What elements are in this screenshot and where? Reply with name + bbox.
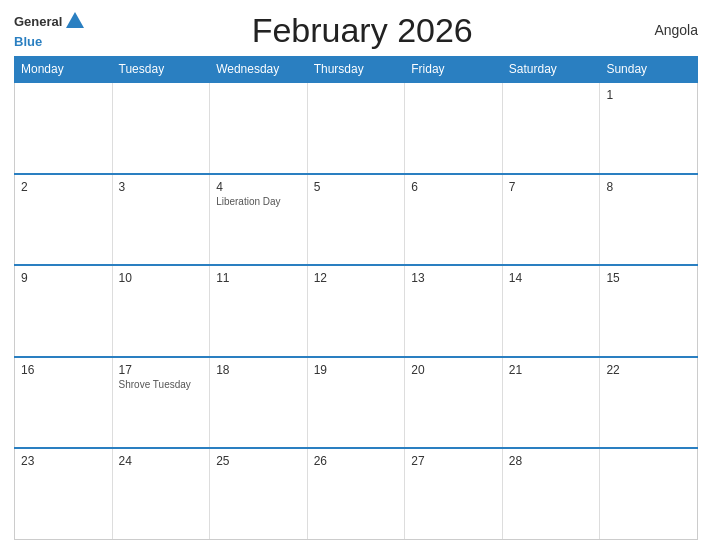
calendar-cell <box>600 448 698 540</box>
calendar-cell: 7 <box>502 174 600 266</box>
calendar-cell: 28 <box>502 448 600 540</box>
calendar-cell: 25 <box>210 448 308 540</box>
logo: General Blue <box>14 10 86 50</box>
calendar-cell: 21 <box>502 357 600 449</box>
calendar-cell: 12 <box>307 265 405 357</box>
calendar-cell: 6 <box>405 174 503 266</box>
days-header-row: MondayTuesdayWednesdayThursdayFridaySatu… <box>15 57 698 83</box>
day-number: 19 <box>314 363 399 377</box>
day-number: 12 <box>314 271 399 285</box>
calendar-event: Shrove Tuesday <box>119 379 204 390</box>
calendar-cell: 23 <box>15 448 113 540</box>
day-header-saturday: Saturday <box>502 57 600 83</box>
day-number: 21 <box>509 363 594 377</box>
calendar-cell: 10 <box>112 265 210 357</box>
day-number: 10 <box>119 271 204 285</box>
logo-icon <box>64 10 86 32</box>
calendar-cell: 24 <box>112 448 210 540</box>
calendar-page: General Blue February 2026 Angola Monday… <box>0 0 712 550</box>
calendar-cell: 22 <box>600 357 698 449</box>
day-number: 8 <box>606 180 691 194</box>
day-number: 2 <box>21 180 106 194</box>
day-header-tuesday: Tuesday <box>112 57 210 83</box>
day-number: 14 <box>509 271 594 285</box>
day-number: 3 <box>119 180 204 194</box>
calendar-cell: 19 <box>307 357 405 449</box>
day-number: 28 <box>509 454 594 468</box>
calendar-cell: 13 <box>405 265 503 357</box>
day-number: 24 <box>119 454 204 468</box>
calendar-cell: 9 <box>15 265 113 357</box>
day-header-monday: Monday <box>15 57 113 83</box>
calendar-week-row: 1 <box>15 82 698 174</box>
day-number: 1 <box>606 88 691 102</box>
calendar-cell: 4Liberation Day <box>210 174 308 266</box>
calendar-cell: 17Shrove Tuesday <box>112 357 210 449</box>
day-header-sunday: Sunday <box>600 57 698 83</box>
calendar-cell <box>502 82 600 174</box>
svg-marker-0 <box>66 12 84 28</box>
day-number: 4 <box>216 180 301 194</box>
calendar-event: Liberation Day <box>216 196 301 207</box>
calendar-cell <box>307 82 405 174</box>
day-number: 7 <box>509 180 594 194</box>
calendar-cell: 20 <box>405 357 503 449</box>
calendar-cell: 2 <box>15 174 113 266</box>
calendar-cell: 1 <box>600 82 698 174</box>
calendar-week-row: 234Liberation Day5678 <box>15 174 698 266</box>
day-number: 25 <box>216 454 301 468</box>
calendar-cell: 14 <box>502 265 600 357</box>
header: General Blue February 2026 Angola <box>14 10 698 50</box>
day-number: 11 <box>216 271 301 285</box>
page-title: February 2026 <box>86 11 638 50</box>
calendar-week-row: 232425262728 <box>15 448 698 540</box>
day-number: 23 <box>21 454 106 468</box>
calendar-week-row: 1617Shrove Tuesday1819202122 <box>15 357 698 449</box>
day-number: 13 <box>411 271 496 285</box>
day-number: 27 <box>411 454 496 468</box>
day-number: 6 <box>411 180 496 194</box>
calendar-cell: 27 <box>405 448 503 540</box>
day-number: 17 <box>119 363 204 377</box>
calendar-cell: 16 <box>15 357 113 449</box>
calendar-cell: 5 <box>307 174 405 266</box>
calendar-cell <box>15 82 113 174</box>
logo-general-text: General <box>14 15 62 28</box>
day-number: 15 <box>606 271 691 285</box>
day-number: 16 <box>21 363 106 377</box>
calendar-cell: 15 <box>600 265 698 357</box>
day-number: 9 <box>21 271 106 285</box>
day-number: 26 <box>314 454 399 468</box>
calendar-cell: 18 <box>210 357 308 449</box>
calendar-cell: 11 <box>210 265 308 357</box>
calendar-cell <box>405 82 503 174</box>
calendar-cell <box>210 82 308 174</box>
day-number: 5 <box>314 180 399 194</box>
calendar-week-row: 9101112131415 <box>15 265 698 357</box>
country-label: Angola <box>638 22 698 38</box>
calendar-cell: 3 <box>112 174 210 266</box>
day-number: 22 <box>606 363 691 377</box>
day-header-wednesday: Wednesday <box>210 57 308 83</box>
day-header-friday: Friday <box>405 57 503 83</box>
calendar-cell: 8 <box>600 174 698 266</box>
calendar-table: MondayTuesdayWednesdayThursdayFridaySatu… <box>14 56 698 540</box>
calendar-cell <box>112 82 210 174</box>
calendar-cell: 26 <box>307 448 405 540</box>
day-number: 18 <box>216 363 301 377</box>
logo-blue-text: Blue <box>14 34 42 49</box>
day-header-thursday: Thursday <box>307 57 405 83</box>
day-number: 20 <box>411 363 496 377</box>
